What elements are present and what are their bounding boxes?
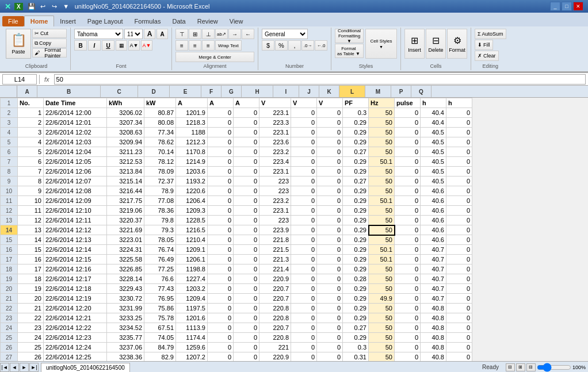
cell-l15[interactable]: 50 — [369, 235, 395, 245]
cell-l1[interactable]: Hz — [369, 98, 395, 108]
cell-j22[interactable]: 0 — [317, 304, 343, 313]
formula-input[interactable] — [54, 74, 586, 85]
cell-j7[interactable]: 0 — [317, 157, 343, 167]
sheet-nav-last[interactable]: ►| — [29, 363, 39, 372]
cell-d15[interactable]: 78.05 — [144, 235, 176, 245]
cell-b22[interactable]: 22/6/2014 12:20 — [44, 304, 107, 313]
cell-q12[interactable]: 0 — [446, 206, 472, 216]
cell-d17[interactable]: 76.49 — [144, 255, 176, 264]
cell-j25[interactable]: 0 — [317, 333, 343, 343]
cell-c4[interactable]: 3208.63 — [107, 128, 144, 137]
cell-a27[interactable]: 26 — [18, 352, 44, 362]
cell-e13[interactable]: 1228.5 — [176, 216, 208, 225]
cell-g26[interactable]: 0 — [234, 343, 259, 352]
cell-k4[interactable]: 0.29 — [343, 128, 369, 137]
cell-c21[interactable]: 3230.72 — [107, 294, 144, 304]
cell-p25[interactable]: 40.8 — [421, 333, 446, 343]
cell-j9[interactable]: 0 — [317, 177, 343, 186]
cell-b13[interactable]: 22/6/2014 12:11 — [44, 216, 107, 225]
cell-h22[interactable]: 220.8 — [259, 304, 291, 313]
cell-i20[interactable]: 0 — [291, 284, 317, 294]
cell-k25[interactable]: 0.29 — [343, 333, 369, 343]
cell-a10[interactable]: 9 — [18, 186, 44, 196]
cell-c19[interactable]: 3228.14 — [107, 274, 144, 284]
cell-g23[interactable]: 0 — [234, 313, 259, 323]
cell-e6[interactable]: 1170.8 — [176, 147, 208, 157]
cell-d2[interactable]: 80.87 — [144, 108, 176, 118]
cell-j19[interactable]: 0 — [317, 274, 343, 284]
currency-button[interactable]: $ — [262, 40, 274, 51]
cell-b8[interactable]: 22/6/2014 12:06 — [44, 167, 107, 177]
cell-k7[interactable]: 0.29 — [343, 157, 369, 167]
cell-j17[interactable]: 0 — [317, 255, 343, 264]
cell-g19[interactable]: 0 — [234, 274, 259, 284]
cell-d8[interactable]: 78.09 — [144, 167, 176, 177]
cell-m19[interactable]: 0 — [395, 274, 421, 284]
cell-d12[interactable]: 78.36 — [144, 206, 176, 216]
cell-g10[interactable]: 0 — [234, 186, 259, 196]
cell-h12[interactable]: 223.1 — [259, 206, 291, 216]
cell-h7[interactable]: 223.4 — [259, 157, 291, 167]
cell-h8[interactable]: 223.1 — [259, 167, 291, 177]
cell-f19[interactable]: 0 — [208, 274, 234, 284]
cell-c6[interactable]: 3211.23 — [107, 147, 144, 157]
col-header-q[interactable]: Q — [411, 86, 432, 97]
cell-d16[interactable]: 76.74 — [144, 245, 176, 255]
cell-b14[interactable]: 22/6/2014 12:12 — [44, 225, 107, 235]
cell-m8[interactable]: 0 — [395, 167, 421, 177]
cell-e16[interactable]: 1209.1 — [176, 245, 208, 255]
cell-q27[interactable]: 0 — [446, 352, 472, 362]
cell-k11[interactable]: 0.29 — [343, 196, 369, 206]
cell-b17[interactable]: 22/6/2014 12:15 — [44, 255, 107, 264]
cell-l9[interactable]: 50 — [369, 177, 395, 186]
cell-a16[interactable]: 15 — [18, 245, 44, 255]
cell-g7[interactable]: 0 — [234, 157, 259, 167]
cell-h9[interactable]: 223 — [259, 177, 291, 186]
cell-l21[interactable]: 49.9 — [369, 294, 395, 304]
cell-e9[interactable]: 1193.2 — [176, 177, 208, 186]
paste-button[interactable]: 📋 Paste — [6, 29, 31, 59]
font-size-select[interactable]: 11 — [124, 29, 143, 39]
cell-d25[interactable]: 74.05 — [144, 333, 176, 343]
cell-d19[interactable]: 76.6 — [144, 274, 176, 284]
cell-d20[interactable]: 77.43 — [144, 284, 176, 294]
maximize-button[interactable]: □ — [562, 2, 572, 11]
cell-i1[interactable]: V — [291, 98, 317, 108]
cell-j6[interactable]: 0 — [317, 147, 343, 157]
cell-l3[interactable]: 50 — [369, 118, 395, 128]
col-header-i[interactable]: I — [273, 86, 299, 97]
cell-m3[interactable]: 0 — [395, 118, 421, 128]
cell-h23[interactable]: 220.8 — [259, 313, 291, 323]
cell-d24[interactable]: 67.51 — [144, 323, 176, 333]
cell-k15[interactable]: 0.29 — [343, 235, 369, 245]
cell-l12[interactable]: 50 — [369, 206, 395, 216]
cell-p6[interactable]: 40.5 — [421, 147, 446, 157]
cell-i11[interactable]: 0 — [291, 196, 317, 206]
col-header-j[interactable]: J — [299, 86, 319, 97]
cell-k12[interactable]: 0.29 — [343, 206, 369, 216]
tab-insert[interactable]: Insert — [54, 16, 82, 26]
cell-l10[interactable]: 50 — [369, 186, 395, 196]
italic-button[interactable]: I — [88, 40, 101, 51]
cell-k19[interactable]: 0.28 — [343, 274, 369, 284]
cell-e14[interactable]: 1216.5 — [176, 225, 208, 235]
cell-f2[interactable]: 0 — [208, 108, 234, 118]
cell-f9[interactable]: 0 — [208, 177, 234, 186]
cell-g21[interactable]: 0 — [234, 294, 259, 304]
cell-a22[interactable]: 21 — [18, 304, 44, 313]
cell-c5[interactable]: 3209.94 — [107, 137, 144, 147]
cell-k23[interactable]: 0.29 — [343, 313, 369, 323]
delete-cells-button[interactable]: ⊟ Delete — [426, 29, 446, 59]
cell-p23[interactable]: 40.8 — [421, 313, 446, 323]
cell-i8[interactable]: 0 — [291, 167, 317, 177]
cell-d3[interactable]: 80.08 — [144, 118, 176, 128]
cell-q19[interactable]: 0 — [446, 274, 472, 284]
align-top-button[interactable]: ⊤ — [175, 29, 188, 39]
cell-b23[interactable]: 22/6/2014 12:21 — [44, 313, 107, 323]
cell-h21[interactable]: 220.7 — [259, 294, 291, 304]
cell-h20[interactable]: 220.7 — [259, 284, 291, 294]
cell-a12[interactable]: 11 — [18, 206, 44, 216]
cell-i23[interactable]: 0 — [291, 313, 317, 323]
cell-m9[interactable]: 0 — [395, 177, 421, 186]
cell-m2[interactable]: 0 — [395, 108, 421, 118]
